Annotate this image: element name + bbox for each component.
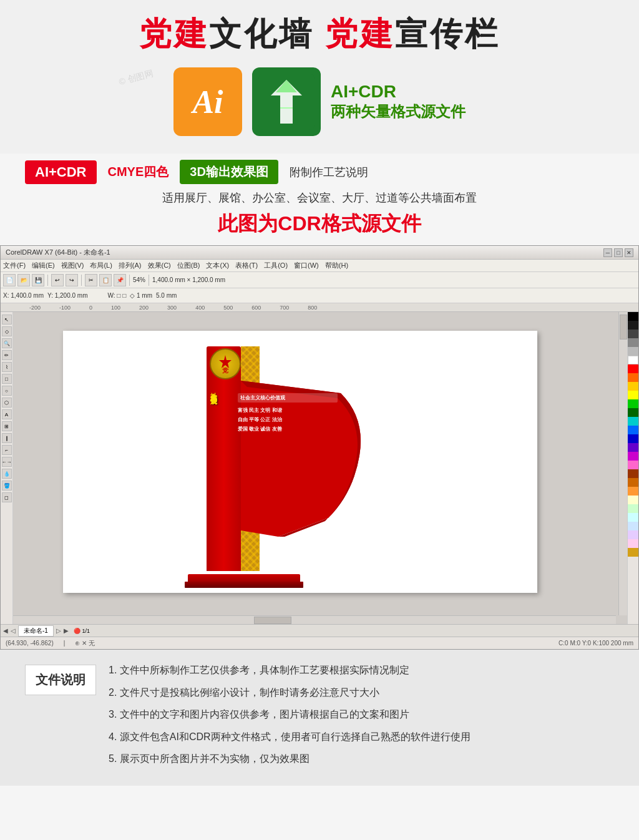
toolbar-redo[interactable]: ↪ bbox=[66, 274, 78, 286]
badge-ai-cdr: AI+CDR bbox=[25, 160, 97, 184]
page-next[interactable]: ▷ bbox=[56, 627, 61, 634]
panel-line-2: 自由 平等 公正 法治 bbox=[238, 415, 338, 424]
swoosh-text-panel: 社会主义核心价值观 富强 民主 文明 和谐 自由 平等 公正 法治 爱国 敬业 … bbox=[238, 393, 338, 434]
swatch-black[interactable] bbox=[628, 312, 638, 321]
page-next2[interactable]: ▶ bbox=[64, 627, 69, 634]
swatch-pink[interactable] bbox=[628, 461, 638, 469]
tool-eyedropper[interactable]: 💧 bbox=[2, 469, 12, 479]
tool-ellipse[interactable]: ○ bbox=[2, 386, 12, 396]
menu-window[interactable]: 窗口(W) bbox=[294, 261, 319, 270]
tool-measure[interactable]: ←→ bbox=[2, 457, 12, 467]
toolbar-sep-3 bbox=[129, 275, 130, 286]
prop-units2: 5.0 mm bbox=[156, 292, 177, 299]
tool-parallel[interactable]: ∥ bbox=[2, 433, 12, 443]
toolbar-save[interactable]: 💾 bbox=[32, 274, 44, 286]
cdr-canvas-area: © 创图网 bbox=[13, 312, 627, 624]
notice-list: 1. 文件中所标制作工艺仅供参考，具体制作工艺要根据实际情况制定 2. 文件尺寸… bbox=[109, 662, 614, 773]
close-button[interactable]: ✕ bbox=[625, 248, 633, 257]
toolbar-undo[interactable]: ↩ bbox=[51, 274, 64, 286]
tool-shape[interactable]: ◇ bbox=[2, 326, 12, 336]
swatch-light-green[interactable] bbox=[628, 504, 638, 513]
badge-3d: 3D输出效果图 bbox=[180, 160, 278, 184]
swatch-light-pink[interactable] bbox=[628, 539, 638, 548]
tool-freehand[interactable]: ✏ bbox=[2, 350, 12, 360]
h-scroll-thumb[interactable] bbox=[254, 617, 291, 624]
page-tab-1[interactable]: 未命名-1 bbox=[18, 625, 54, 637]
minimize-button[interactable]: ─ bbox=[603, 248, 612, 257]
zoom-level: 54% bbox=[133, 276, 145, 283]
swatch-3[interactable] bbox=[628, 338, 638, 347]
swatch-dark-blue[interactable] bbox=[628, 434, 638, 443]
tool-rect[interactable]: □ bbox=[2, 374, 12, 384]
menu-layout[interactable]: 布局(L) bbox=[90, 261, 112, 270]
status-snap: ⊕ ✕ 无 bbox=[75, 639, 95, 648]
swatch-peach[interactable] bbox=[628, 487, 638, 496]
page-prev2[interactable]: ◁ bbox=[11, 627, 16, 634]
menu-bitmap[interactable]: 位图(B) bbox=[177, 261, 200, 270]
swatch-dark-green[interactable] bbox=[628, 408, 638, 417]
tool-smartdraw[interactable]: ⌇ bbox=[2, 362, 12, 372]
menu-table[interactable]: 表格(T) bbox=[235, 261, 258, 270]
menu-file[interactable]: 文件(F) bbox=[3, 261, 26, 270]
toolbar-cut[interactable]: ✂ bbox=[85, 274, 97, 286]
swatch-green[interactable] bbox=[628, 399, 638, 408]
swatch-yellow[interactable] bbox=[628, 391, 638, 399]
toolbar-sep-2 bbox=[81, 275, 82, 286]
swatch-4[interactable] bbox=[628, 347, 638, 356]
top-section: 党建文化墙 党建宣传栏 Ai AI+CDR 两种矢量格式源文件 bbox=[0, 0, 639, 154]
vertical-scrollbar[interactable] bbox=[618, 312, 627, 615]
swatch-brown[interactable] bbox=[628, 469, 638, 478]
tool-outline[interactable]: ◻ bbox=[2, 492, 12, 502]
swatch-lavender[interactable] bbox=[628, 530, 638, 539]
swatch-purple[interactable] bbox=[628, 443, 638, 452]
menu-tools[interactable]: 工具(O) bbox=[264, 261, 288, 270]
notice-item-1: 1. 文件中所标制作工艺仅供参考，具体制作工艺要根据实际情况制定 bbox=[109, 662, 614, 678]
toolbar-copy[interactable]: 📋 bbox=[99, 274, 112, 286]
swatch-cream[interactable] bbox=[628, 496, 638, 504]
swatch-cyan[interactable] bbox=[628, 417, 638, 426]
swatch-blue[interactable] bbox=[628, 426, 638, 434]
horizontal-scrollbar[interactable] bbox=[13, 615, 616, 624]
swatch-orange[interactable] bbox=[628, 373, 638, 382]
menu-effects[interactable]: 效果(C) bbox=[148, 261, 171, 270]
tool-text[interactable]: A bbox=[2, 409, 12, 419]
swatch-gold[interactable] bbox=[628, 548, 638, 557]
menu-edit[interactable]: 编辑(E) bbox=[32, 261, 55, 270]
v-scroll-thumb[interactable] bbox=[620, 315, 627, 339]
bottom-section: 文件说明 1. 文件中所标制作工艺仅供参考，具体制作工艺要根据实际情况制定 2.… bbox=[0, 650, 639, 786]
cdr-body: ↖ ◇ 🔍 ✏ ⌇ □ ○ ⬡ A ⊞ ∥ ⌐ ←→ 💧 🪣 ◻ bbox=[1, 312, 638, 624]
prop-x: X: 1,400.0 mm bbox=[3, 292, 44, 299]
swatch-yellow-orange[interactable] bbox=[628, 382, 638, 391]
menu-help[interactable]: 帮助(H) bbox=[325, 261, 348, 270]
toolbar-new[interactable]: 📄 bbox=[3, 274, 16, 286]
icons-row: Ai AI+CDR 两种矢量格式源文件 bbox=[25, 67, 614, 136]
maximize-button[interactable]: □ bbox=[614, 248, 623, 257]
tool-fill[interactable]: 🪣 bbox=[2, 481, 12, 491]
swatch-white[interactable] bbox=[628, 356, 638, 364]
swatch-red[interactable] bbox=[628, 364, 638, 373]
swatch-tan[interactable] bbox=[628, 478, 638, 487]
title-red-2: 党建 bbox=[325, 16, 395, 52]
tool-select[interactable]: ↖ bbox=[2, 315, 12, 325]
menu-arrange[interactable]: 排列(A) bbox=[119, 261, 142, 270]
page-prev[interactable]: ◀ bbox=[3, 627, 8, 634]
tool-connector[interactable]: ⌐ bbox=[2, 445, 12, 455]
cdr-svg bbox=[258, 74, 315, 130]
swatch-light-cyan[interactable] bbox=[628, 513, 638, 522]
swatch-1[interactable] bbox=[628, 321, 638, 330]
notice-item-4: 4. 源文件包含AI和CDR两种文件格式，使用者可自行选择自己熟悉的软件进行使用 bbox=[109, 729, 614, 745]
panel-title: 社会主义核心价值观 bbox=[238, 393, 338, 403]
swatch-magenta[interactable] bbox=[628, 452, 638, 461]
panel-lines: 富强 民主 文明 和谐 自由 平等 公正 法治 爱国 敬业 诚信 友善 bbox=[238, 406, 338, 434]
toolbar-paste[interactable]: 📌 bbox=[114, 274, 126, 286]
swatch-light-blue[interactable] bbox=[628, 522, 638, 530]
tool-zoom[interactable]: 🔍 bbox=[2, 338, 12, 348]
menu-view[interactable]: 视图(V) bbox=[61, 261, 84, 270]
menu-text[interactable]: 文本(X) bbox=[206, 261, 229, 270]
toolbar-open[interactable]: 📂 bbox=[17, 274, 30, 286]
tool-table[interactable]: ⊞ bbox=[2, 421, 12, 431]
status-coords: (64.930, -46.862) bbox=[6, 640, 54, 647]
tool-polygon[interactable]: ⬡ bbox=[2, 398, 12, 408]
swatch-2[interactable] bbox=[628, 330, 638, 338]
cdr-properties-toolbar: X: 1,400.0 mm Y: 1,200.0 mm W: □ □ ◇ 1 m… bbox=[1, 288, 638, 303]
